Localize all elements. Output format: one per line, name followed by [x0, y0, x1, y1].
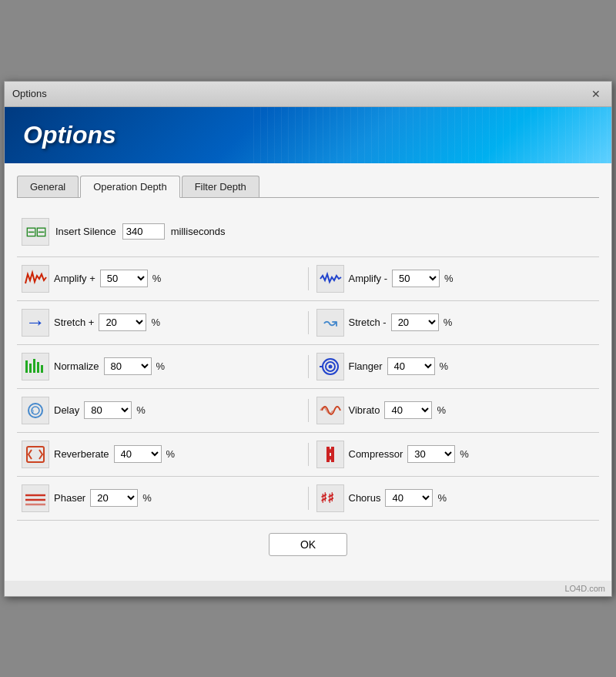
svg-rect-1	[29, 364, 32, 373]
phaser-icon	[22, 484, 49, 512]
vibrato-icon	[316, 397, 344, 424]
watermark: LO4D.com	[5, 581, 611, 596]
insert-silence-input[interactable]	[122, 223, 165, 240]
amplify-minus-unit: %	[444, 273, 454, 284]
vibrato-label: Vibrato	[349, 404, 380, 416]
svg-rect-12	[27, 447, 44, 462]
reverb-icon	[22, 441, 49, 468]
row-divider	[308, 267, 309, 290]
stretch-plus-label: Stretch +	[54, 317, 94, 328]
phaser-row: Phaser 102030405060708090100 % ♯♯ Chorus	[22, 484, 594, 512]
reverb-section: Reverberate 102030405060708090100 %	[17, 433, 599, 477]
compressor-unit: %	[460, 448, 469, 460]
stretch-section: → Stretch + 102030405060708090100 % ↝ St…	[17, 301, 599, 345]
delay-label: Delay	[54, 404, 79, 416]
delay-select[interactable]: 102030405060708090100	[84, 401, 132, 419]
amplify-plus-select[interactable]: 102030405060708090100	[100, 270, 148, 287]
svg-rect-4	[41, 365, 43, 373]
reverb-label: Reverberate	[54, 448, 109, 460]
amplify-minus-select[interactable]: 102030405060708090100	[392, 270, 440, 287]
normalize-row: Normalize 102030405060708090100 %	[22, 353, 594, 380]
row-divider	[308, 311, 309, 334]
svg-text:♯♯: ♯♯	[320, 491, 334, 506]
normalize-select[interactable]: 102030405060708090100	[104, 357, 152, 375]
chorus-select[interactable]: 102030405060708090100	[385, 489, 433, 507]
reverb-unit: %	[166, 448, 176, 460]
compressor-group: Compressor 102030405060708090100 %	[316, 441, 595, 468]
insert-silence-icon: ⊟⊟	[22, 218, 49, 246]
chorus-label: Chorus	[349, 492, 381, 504]
svg-rect-14	[331, 447, 334, 462]
svg-rect-2	[33, 359, 35, 373]
vibrato-group: Vibrato 102030405060708090100 %	[316, 397, 595, 424]
svg-point-7	[328, 364, 332, 368]
options-window: Options ✕ Options General Operation Dept…	[4, 81, 612, 597]
delay-icon: ♪	[22, 397, 49, 424]
stretch-minus-group: ↝ Stretch - 102030405060708090100 %	[316, 309, 595, 337]
amplify-plus-unit: %	[152, 273, 162, 284]
stretch-minus-icon: ↝	[316, 309, 344, 337]
normalize-section: Normalize 102030405060708090100 %	[17, 345, 599, 389]
phaser-group: Phaser 102030405060708090100 %	[22, 484, 300, 512]
stretch-plus-icon: →	[22, 309, 49, 337]
delay-group: ♪ Delay 102030405060708090100 %	[22, 397, 300, 424]
vibrato-unit: %	[437, 404, 446, 416]
flanger-group: Flanger 102030405060708090100 %	[316, 353, 595, 380]
svg-rect-13	[326, 447, 330, 462]
amplify-minus-group: Amplify - 102030405060708090100 %	[316, 265, 595, 293]
normalize-group: Normalize 102030405060708090100 %	[22, 353, 300, 380]
flanger-select[interactable]: 102030405060708090100	[387, 357, 435, 375]
chorus-icon: ♯♯	[316, 484, 344, 512]
amplify-section: Amplify + 102030405060708090100 % Amplif…	[17, 257, 599, 301]
phaser-select[interactable]: 102030405060708090100	[90, 489, 138, 507]
title-bar: Options ✕	[5, 82, 611, 107]
close-button[interactable]: ✕	[588, 86, 604, 102]
amplify-minus-label: Amplify -	[349, 273, 388, 284]
amplify-plus-label: Amplify +	[54, 273, 95, 284]
delay-row: ♪ Delay 102030405060708090100 %	[22, 397, 594, 424]
ok-row: OK	[17, 521, 599, 568]
tab-general[interactable]: General	[17, 176, 79, 197]
phaser-label: Phaser	[54, 492, 85, 504]
svg-rect-0	[25, 360, 28, 373]
delay-unit: %	[136, 404, 146, 416]
insert-silence-unit: milliseconds	[171, 226, 226, 237]
insert-silence-label: Insert Silence	[55, 226, 116, 237]
amplify-minus-icon	[316, 265, 344, 293]
row-divider	[308, 355, 309, 378]
compressor-select[interactable]: 102030405060708090100	[407, 445, 455, 463]
amplify-plus-group: Amplify + 102030405060708090100 %	[22, 265, 300, 293]
tab-bar: General Operation Depth Filter Depth	[17, 176, 599, 198]
stretch-minus-unit: %	[444, 317, 453, 328]
compressor-label: Compressor	[349, 448, 403, 460]
amplify-plus-icon	[22, 265, 49, 293]
phaser-unit: %	[142, 492, 152, 504]
svg-text:♪: ♪	[31, 407, 35, 415]
row-divider	[308, 399, 309, 422]
delay-section: ♪ Delay 102030405060708090100 %	[17, 389, 599, 433]
insert-silence-row: ⊟⊟ Insert Silence milliseconds	[22, 218, 594, 246]
compressor-icon	[316, 441, 344, 468]
vibrato-select[interactable]: 102030405060708090100	[384, 401, 432, 419]
reverb-row: Reverberate 102030405060708090100 %	[22, 441, 594, 468]
stretch-plus-group: → Stretch + 102030405060708090100 %	[22, 309, 300, 337]
normalize-label: Normalize	[54, 360, 99, 372]
svg-rect-3	[37, 362, 39, 373]
main-content: General Operation Depth Filter Depth ⊟⊟ …	[5, 163, 611, 581]
row-divider	[308, 443, 309, 466]
stretch-plus-unit: %	[151, 317, 160, 328]
chorus-group: ♯♯ Chorus 102030405060708090100 %	[316, 484, 595, 512]
insert-silence-section: ⊟⊟ Insert Silence milliseconds	[17, 210, 599, 257]
reverb-select[interactable]: 102030405060708090100	[114, 445, 162, 463]
stretch-minus-select[interactable]: 102030405060708090100	[391, 313, 439, 331]
normalize-icon	[22, 353, 49, 380]
flanger-icon	[316, 353, 344, 380]
flanger-unit: %	[440, 360, 449, 372]
stretch-plus-select[interactable]: 102030405060708090100	[99, 313, 146, 331]
flanger-label: Flanger	[349, 360, 383, 372]
stretch-row: → Stretch + 102030405060708090100 % ↝ St…	[22, 309, 594, 337]
ok-button[interactable]: OK	[269, 533, 347, 556]
tab-operation-depth[interactable]: Operation Depth	[80, 176, 179, 198]
tab-filter-depth[interactable]: Filter Depth	[182, 176, 259, 197]
row-divider	[308, 487, 309, 510]
